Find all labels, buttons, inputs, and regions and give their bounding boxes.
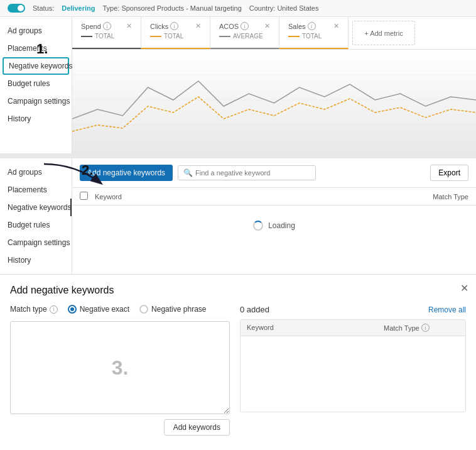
add-negative-keywords-button[interactable]: Add negative keywords <box>80 165 173 181</box>
sidebar-item-campaign-settings-2[interactable]: Campaign settings <box>0 234 72 251</box>
add-keywords-button[interactable]: Add keywords <box>164 419 230 436</box>
form-right: 0 added Remove all Keyword Match Type i <box>240 305 466 436</box>
chart-svg <box>72 50 476 153</box>
panel-body: Match type i Negative exact Negative phr… <box>10 305 466 436</box>
added-table-header: Keyword Match Type i <box>241 320 465 336</box>
metric-sales-name: Sales i <box>288 22 316 30</box>
section-divider <box>0 153 476 158</box>
keyword-col-header: Keyword <box>95 193 393 200</box>
select-all-checkbox[interactable] <box>80 192 88 200</box>
metric-acos[interactable]: ACOS i ✕ AVERAGE <box>210 17 279 49</box>
acos-close[interactable]: ✕ <box>264 22 270 30</box>
add-metric-button[interactable]: + Add metric <box>352 21 415 45</box>
sidebar-item-negative-keywords-2[interactable]: Negative keywords <box>0 199 72 216</box>
spend-close[interactable]: ✕ <box>126 22 132 30</box>
status-value: Delivering <box>62 4 95 12</box>
match-type-row: Match type i Negative exact Negative phr… <box>10 305 230 314</box>
loading-text: Loading <box>268 221 295 230</box>
panel-layout: Ad groups Placements Negative keywords B… <box>0 158 476 274</box>
keywords-textarea[interactable] <box>10 321 230 414</box>
sales-info-icon[interactable]: i <box>308 22 316 30</box>
added-keyword-col: Keyword <box>247 324 384 332</box>
match-type-info-icon[interactable]: i <box>50 305 58 314</box>
metric-sales[interactable]: Sales i ✕ TOTAL <box>279 17 349 49</box>
spend-sublabel: TOTAL <box>81 33 132 40</box>
status-label: Status: <box>33 4 54 12</box>
sidebar-item-placements-2[interactable]: Placements <box>0 181 72 199</box>
loading-area: Loading <box>72 206 476 246</box>
negative-exact-label: Negative exact <box>80 305 129 314</box>
match-type-col-header: Match Type <box>393 193 468 200</box>
metrics-row: Spend i ✕ TOTAL Clicks i <box>72 17 476 50</box>
added-match-type-col: Match Type i <box>384 324 459 332</box>
status-toggle[interactable] <box>8 4 25 13</box>
toolbar: Add negative keywords 🔍 Export <box>72 158 476 188</box>
negative-exact-radio[interactable] <box>68 305 77 314</box>
add-keywords-btn-row: Add keywords <box>10 419 230 436</box>
content-top: Spend i ✕ TOTAL Clicks i <box>72 17 476 153</box>
sidebar-item-placements[interactable]: Placements <box>0 40 72 57</box>
clicks-close[interactable]: ✕ <box>195 22 201 30</box>
form-left: Match type i Negative exact Negative phr… <box>10 305 230 436</box>
negative-phrase-radio[interactable] <box>139 305 148 314</box>
bottom-section: Ad groups Placements Negative keywords B… <box>0 158 476 446</box>
acos-sublabel: AVERAGE <box>219 33 270 40</box>
search-input[interactable] <box>195 169 310 177</box>
sidebar-bottom: Ad groups Placements Negative keywords B… <box>0 158 72 274</box>
added-match-type-info-icon[interactable]: i <box>421 324 430 332</box>
added-header: 0 added Remove all <box>240 305 466 314</box>
loading-spinner <box>253 221 263 231</box>
remove-all-button[interactable]: Remove all <box>428 305 466 314</box>
add-neg-panel: ✕ Add negative keywords Match type i Neg… <box>0 274 476 446</box>
sidebar-item-budget-rules[interactable]: Budget rules <box>0 75 72 92</box>
country-label: Country: United States <box>249 4 319 12</box>
search-icon: 🔍 <box>183 168 193 177</box>
spend-info-icon[interactable]: i <box>103 22 111 30</box>
status-bar: Status: Delivering Type: Sponsored Produ… <box>0 0 476 17</box>
sidebar-item-history-2[interactable]: History <box>0 251 72 269</box>
chart-area <box>72 50 476 153</box>
metric-clicks[interactable]: Clicks i ✕ TOTAL <box>141 17 210 49</box>
metric-acos-name: ACOS i <box>219 22 249 30</box>
sidebar-item-history[interactable]: History <box>0 110 72 128</box>
table-header: Keyword Match Type <box>72 188 476 206</box>
sidebar-item-negative-keywords[interactable]: Negative keywords <box>3 57 69 75</box>
negative-phrase-option[interactable]: Negative phrase <box>139 305 206 314</box>
content-bottom: Add negative keywords 🔍 Export Keyword M… <box>72 158 476 274</box>
metric-spend-name: Spend i <box>81 22 111 30</box>
clicks-info-icon[interactable]: i <box>170 22 178 30</box>
sidebar-top: Ad groups Placements Negative keywords B… <box>0 17 72 153</box>
added-count: 0 added <box>240 305 269 314</box>
sidebar-item-ad-groups[interactable]: Ad groups <box>0 22 72 40</box>
added-table: Keyword Match Type i <box>240 319 466 412</box>
sales-sublabel: TOTAL <box>288 33 339 40</box>
acos-info-icon[interactable]: i <box>241 22 249 30</box>
added-table-body <box>241 336 465 412</box>
panel-close-button[interactable]: ✕ <box>460 282 468 294</box>
panel-title: Add negative keywords <box>10 285 466 296</box>
metric-spend[interactable]: Spend i ✕ TOTAL <box>72 17 141 49</box>
sidebar-item-campaign-settings[interactable]: Campaign settings <box>0 92 72 110</box>
sidebar-item-ad-groups-2[interactable]: Ad groups <box>0 163 72 181</box>
negative-phrase-label: Negative phrase <box>151 305 206 314</box>
search-wrapper[interactable]: 🔍 <box>178 165 316 180</box>
sidebar-item-budget-rules-2[interactable]: Budget rules <box>0 216 72 234</box>
clicks-sublabel: TOTAL <box>150 33 201 40</box>
negative-exact-option[interactable]: Negative exact <box>68 305 129 314</box>
sales-close[interactable]: ✕ <box>333 22 339 30</box>
match-type-label: Match type i <box>10 305 58 314</box>
type-label: Type: Sponsored Products - Manual target… <box>102 4 241 12</box>
export-button[interactable]: Export <box>430 165 468 181</box>
metric-clicks-name: Clicks i <box>150 22 178 30</box>
